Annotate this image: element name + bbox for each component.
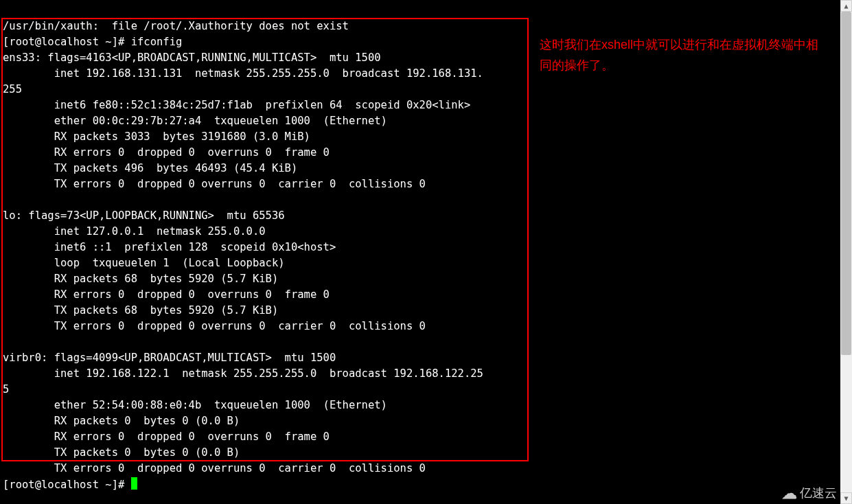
virbr0-rx-errors: RX errors 0 dropped 0 overruns 0 frame 0: [3, 431, 330, 443]
command: ifconfig: [131, 36, 183, 48]
logo-text: 亿速云: [800, 485, 837, 501]
lo-inet: inet 127.0.0.1 netmask 255.0.0.0: [3, 225, 266, 238]
prompt-2-text: [root@localhost ~]#: [3, 479, 131, 491]
cursor: [131, 477, 137, 490]
prompt-1: [root@localhost ~]#: [3, 36, 131, 48]
lo-rx-errors: RX errors 0 dropped 0 overruns 0 frame 0: [3, 288, 330, 301]
xauth-line: /usr/bin/xauth: file /root/.Xauthority d…: [3, 20, 349, 32]
lo-loop: loop txqueuelen 1 (Local Loopback): [3, 257, 285, 269]
ens33-rx-errors: RX errors 0 dropped 0 overruns 0 frame 0: [3, 146, 330, 159]
virbr0-inet: inet 192.168.122.1 netmask 255.255.255.0…: [3, 367, 483, 380]
virbr0-tx-packets: TX packets 0 bytes 0 (0.0 B): [3, 446, 240, 459]
scrollbar[interactable]: ▲ ▼: [840, 0, 852, 504]
scroll-track[interactable]: [840, 12, 852, 492]
virbr0-ether: ether 52:54:00:88:e0:4b txqueuelen 1000 …: [3, 399, 387, 411]
lo-tx-errors: TX errors 0 dropped 0 overruns 0 carrier…: [3, 320, 426, 332]
cloud-icon: ☁: [782, 485, 797, 501]
lo-flags: lo: flags=73<UP,LOOPBACK,RUNNING> mtu 65…: [3, 209, 285, 222]
ens33-inet6: inet6 fe80::52c1:384c:25d7:f1ab prefixle…: [3, 99, 470, 111]
scroll-thumb[interactable]: [841, 12, 851, 355]
virbr0-inet-wrap: 5: [3, 383, 9, 396]
ens33-ether: ether 00:0c:29:7b:27:a4 txqueuelen 1000 …: [3, 115, 387, 127]
watermark-logo: ☁ 亿速云: [782, 485, 837, 501]
ens33-inet-wrap: 255: [3, 83, 22, 95]
ens33-tx-errors: TX errors 0 dropped 0 overruns 0 carrier…: [3, 178, 426, 190]
ens33-tx-packets: TX packets 496 bytes 46493 (45.4 KiB): [3, 162, 297, 174]
lo-tx-packets: TX packets 68 bytes 5920 (5.7 KiB): [3, 304, 278, 317]
scroll-down-button[interactable]: ▼: [840, 492, 852, 504]
lo-rx-packets: RX packets 68 bytes 5920 (5.7 KiB): [3, 273, 278, 285]
ens33-flags: ens33: flags=4163<UP,BROADCAST,RUNNING,M…: [3, 51, 381, 64]
prompt-2[interactable]: [root@localhost ~]#: [3, 477, 137, 493]
scroll-up-button[interactable]: ▲: [840, 0, 852, 12]
ens33-inet: inet 192.168.131.131 netmask 255.255.255…: [3, 67, 483, 80]
ens33-rx-packets: RX packets 3033 bytes 3191680 (3.0 MiB): [3, 130, 310, 143]
lo-inet6: inet6 ::1 prefixlen 128 scopeid 0x10<hos…: [3, 241, 336, 253]
virbr0-tx-errors: TX errors 0 dropped 0 overruns 0 carrier…: [3, 462, 426, 474]
annotation-text: 这时我们在xshell中就可以进行和在虚拟机终端中相同的操作了。: [540, 34, 821, 76]
virbr0-flags: virbr0: flags=4099<UP,BROADCAST,MULTICAS…: [3, 352, 336, 364]
virbr0-rx-packets: RX packets 0 bytes 0 (0.0 B): [3, 415, 240, 427]
